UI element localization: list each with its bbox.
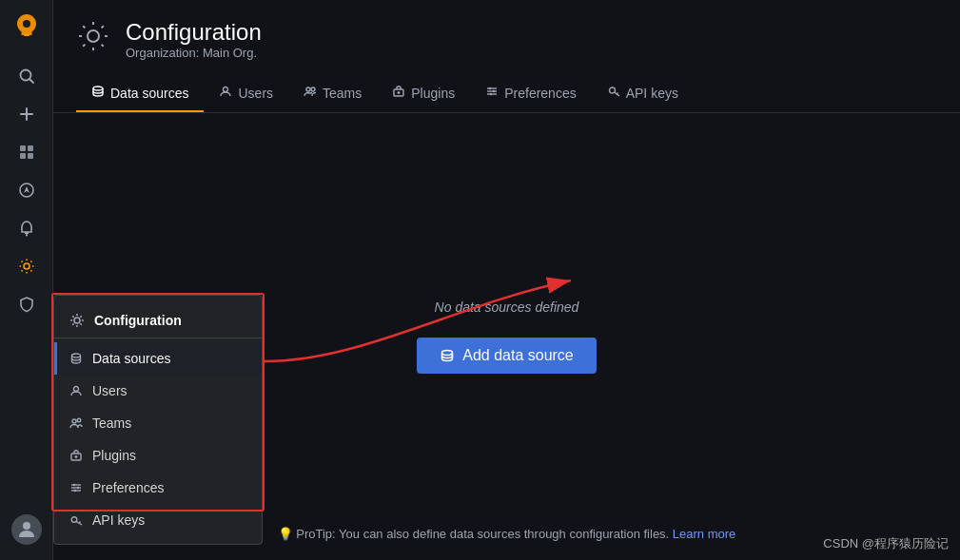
config-icon — [76, 19, 110, 60]
protip-text: ProTip: You can also define data sources… — [296, 527, 669, 541]
svg-rect-7 — [28, 145, 33, 151]
svg-point-14 — [26, 235, 28, 237]
svg-point-21 — [311, 87, 315, 91]
preferences-icon — [485, 85, 499, 101]
app-logo[interactable] — [10, 8, 44, 42]
tab-data-sources-label: Data sources — [110, 86, 188, 101]
config-dropdown-menu: Configuration Data sources Users Teams — [53, 295, 263, 545]
svg-line-51 — [79, 522, 81, 524]
tab-data-sources[interactable]: Data sources — [76, 75, 204, 112]
watermark: CSDN @程序猿历险记 — [823, 535, 949, 552]
data-sources-icon — [91, 85, 105, 101]
tab-api-keys[interactable]: API keys — [592, 75, 694, 112]
tab-preferences-label: Preferences — [504, 86, 576, 101]
svg-point-16 — [23, 522, 30, 530]
svg-rect-9 — [28, 153, 33, 159]
protip-icon: 💡 — [278, 527, 293, 541]
svg-point-49 — [71, 517, 77, 523]
tab-preferences[interactable]: Preferences — [470, 75, 591, 112]
dropdown-item-api-keys-label: API keys — [92, 512, 145, 528]
dropdown-item-preferences-label: Preferences — [92, 480, 164, 495]
svg-point-2 — [20, 70, 30, 81]
page-header: Configuration Organization: Main Org. — [53, 0, 960, 75]
dropdown-item-users[interactable]: Users — [54, 375, 262, 407]
dropdown-header: Configuration — [54, 303, 262, 338]
sidebar-add[interactable] — [8, 97, 46, 131]
svg-marker-11 — [24, 186, 29, 193]
dropdown-item-data-sources-label: Data sources — [92, 351, 170, 366]
dropdown-item-plugins[interactable]: Plugins — [54, 439, 262, 472]
sidebar-alerts[interactable] — [8, 211, 46, 245]
svg-line-33 — [617, 93, 618, 95]
svg-point-47 — [77, 487, 79, 489]
svg-point-35 — [74, 318, 80, 323]
page-title: Configuration — [126, 19, 262, 46]
dropdown-item-api-keys[interactable]: API keys — [54, 504, 262, 536]
plugins-icon — [392, 85, 405, 101]
svg-point-37 — [74, 387, 79, 392]
users-icon — [219, 85, 232, 101]
user-avatar[interactable] — [11, 514, 42, 545]
dropdown-item-data-sources[interactable]: Data sources — [54, 342, 262, 375]
teams-icon — [304, 85, 317, 101]
svg-point-0 — [23, 20, 30, 28]
svg-point-48 — [74, 490, 76, 492]
dropdown-title: Configuration — [94, 313, 182, 328]
tab-teams[interactable]: Teams — [288, 75, 377, 112]
tab-plugins-label: Plugins — [411, 86, 455, 101]
no-data-message: No data sources defined — [435, 299, 579, 315]
tab-users-label: Users — [238, 86, 273, 101]
tab-teams-label: Teams — [323, 86, 362, 101]
sidebar-search[interactable] — [8, 59, 46, 93]
svg-point-39 — [77, 418, 81, 422]
page-subtitle: Organization: Main Org. — [126, 46, 262, 60]
svg-point-20 — [306, 87, 310, 91]
svg-point-46 — [73, 484, 75, 486]
dropdown-item-users-label: Users — [92, 383, 127, 398]
svg-point-17 — [88, 30, 99, 42]
svg-point-19 — [224, 87, 228, 92]
tab-plugins[interactable]: Plugins — [377, 75, 470, 112]
svg-point-15 — [24, 263, 29, 269]
page-title-area: Configuration Organization: Main Org. — [126, 19, 262, 60]
sidebar-dashboards[interactable] — [8, 135, 46, 169]
tab-api-keys-label: API keys — [626, 86, 678, 101]
api-keys-icon — [607, 85, 620, 101]
svg-rect-1 — [24, 34, 29, 36]
svg-point-30 — [490, 93, 492, 95]
dropdown-item-preferences[interactable]: Preferences — [54, 472, 262, 504]
svg-rect-6 — [20, 145, 26, 151]
add-data-source-label: Add data source — [462, 347, 574, 364]
svg-point-29 — [493, 90, 495, 92]
add-data-source-button[interactable]: Add data source — [417, 338, 597, 374]
svg-point-18 — [93, 87, 103, 90]
svg-rect-8 — [20, 153, 26, 159]
sidebar-shield[interactable] — [8, 287, 46, 321]
svg-point-38 — [72, 419, 76, 423]
learn-more-link[interactable]: Learn more — [673, 527, 735, 541]
sidebar-explore[interactable] — [8, 173, 46, 207]
tab-users[interactable]: Users — [204, 75, 288, 112]
sidebar — [0, 0, 53, 560]
tab-bar: Data sources Users Teams — [53, 75, 960, 113]
svg-line-3 — [29, 80, 33, 84]
svg-point-36 — [72, 354, 81, 357]
dropdown-item-plugins-label: Plugins — [92, 448, 136, 463]
dropdown-item-teams-label: Teams — [92, 415, 131, 431]
svg-point-28 — [489, 87, 491, 89]
protip-bar: 💡 ProTip: You can also define data sourc… — [278, 527, 736, 541]
sidebar-configuration[interactable] — [8, 249, 46, 283]
svg-point-34 — [442, 351, 453, 356]
dropdown-item-teams[interactable]: Teams — [54, 407, 262, 439]
